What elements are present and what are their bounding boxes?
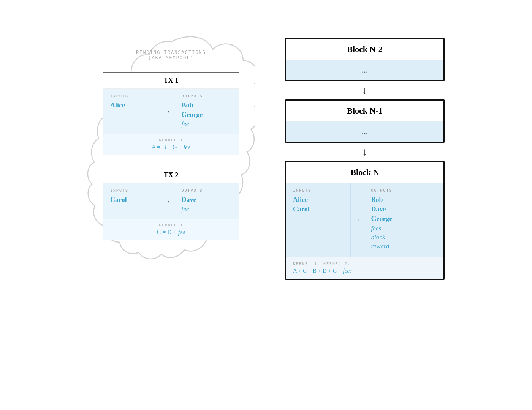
tx1-title: TX 1 (103, 73, 239, 89)
block-n-output-fees: fees (371, 224, 437, 233)
block-n-kernel-label: KERNEL 1, KERNEL 2: (293, 262, 437, 266)
tx2-kernel: KERNEL 1 C = D + fee (103, 219, 239, 240)
tx2-output-fee: fee (181, 205, 232, 214)
tx1-box: TX 1 INPUTS Alice → OUTPUTS Bob George f… (103, 72, 239, 155)
mempool-section: PENDING TRANSACTIONS (AKA MEMPOOL) TX 1 … (87, 30, 255, 271)
tx2-outputs-label: OUTPUTS (181, 189, 232, 193)
block-n-output-reward: reward (371, 242, 437, 251)
block-n-kernel-eq-text: A + C = B + D + G + (293, 268, 343, 274)
tx2-title: TX 2 (103, 167, 239, 183)
block-n-output-bob: Bob (371, 195, 437, 205)
tx2-inputs: INPUTS Carol (103, 183, 159, 219)
tx2-kernel-eq-fee: fee (178, 229, 185, 235)
tx1-kernel: KERNEL 1 A = B + G + fee (103, 134, 239, 155)
tx1-input-alice: Alice (110, 101, 152, 110)
tx1-outputs: OUTPUTS Bob George fee (174, 89, 239, 134)
tx1-output-bob: Bob (181, 101, 232, 110)
tx1-inputs-label: INPUTS (110, 94, 152, 98)
tx2-box: TX 2 INPUTS Carol → OUTPUTS Dave fee KER… (103, 167, 239, 240)
tx1-kernel-eq-fee: fee (184, 144, 191, 150)
tx1-kernel-eq-text: A = B + G + (152, 144, 184, 150)
tx1-kernel-label: KERNEL 1 (110, 138, 232, 142)
block-n-inputs-label: INPUTS (293, 189, 344, 193)
block-arrow-1: ↓ (362, 81, 367, 99)
block-n-kernel-eq-fees: fees (343, 268, 352, 274)
block-n-output-george: George (371, 214, 437, 224)
block-n-inputs: INPUTS Alice Carol (286, 183, 351, 257)
tx2-kernel-eq: C = D + fee (110, 229, 232, 236)
tx1-kernel-eq: A = B + G + fee (110, 144, 232, 151)
block-n2-title: Block N-2 (286, 39, 443, 60)
block-n1-dots: ... (286, 121, 443, 142)
tx1-output-fee: fee (181, 120, 232, 129)
block-n2-dots: ... (286, 60, 443, 80)
block-n1-title: Block N-1 (286, 101, 443, 121)
block-arrow-2: ↓ (362, 143, 367, 161)
block-n1-box: Block N-1 ... (285, 99, 445, 143)
blocks-section: Block N-2 ... ↓ Block N-1 ... ↓ Block N … (285, 38, 445, 280)
tx2-inputs-label: INPUTS (110, 189, 152, 193)
block-n2-box: Block N-2 ... (285, 38, 445, 81)
tx2-arrow: → (159, 183, 174, 219)
tx1-outputs-label: OUTPUTS (181, 94, 232, 98)
block-n-outputs-label: OUTPUTS (371, 189, 437, 193)
block-n-kernel: KERNEL 1, KERNEL 2: A + C = B + D + G + … (286, 257, 443, 279)
block-n-input-alice: Alice (293, 195, 344, 205)
block-n-output-block: block (371, 233, 437, 242)
block-n-output-dave: Dave (371, 205, 437, 214)
tx1-arrow: → (159, 89, 174, 134)
tx2-kernel-eq-text: C = D + (157, 229, 178, 235)
block-n-title: Block N (286, 162, 443, 183)
tx1-inputs: INPUTS Alice (103, 89, 159, 134)
tx2-input-carol: Carol (110, 195, 152, 205)
block-n-kernel-eq: A + C = B + D + G + fees (293, 268, 437, 274)
block-n-box: Block N INPUTS Alice Carol → OUTPUTS Bob… (285, 161, 445, 280)
mempool-label: PENDING TRANSACTIONS (AKA MEMPOOL) (136, 50, 206, 61)
tx2-outputs: OUTPUTS Dave fee (174, 183, 239, 219)
tx2-output-dave: Dave (181, 195, 232, 205)
block-n-outputs: OUTPUTS Bob Dave George fees block rewar… (364, 183, 443, 257)
block-n-input-carol: Carol (293, 205, 344, 214)
tx2-kernel-label: KERNEL 1 (110, 223, 232, 227)
tx1-output-george: George (181, 110, 232, 120)
block-n-arrow: → (351, 183, 364, 257)
